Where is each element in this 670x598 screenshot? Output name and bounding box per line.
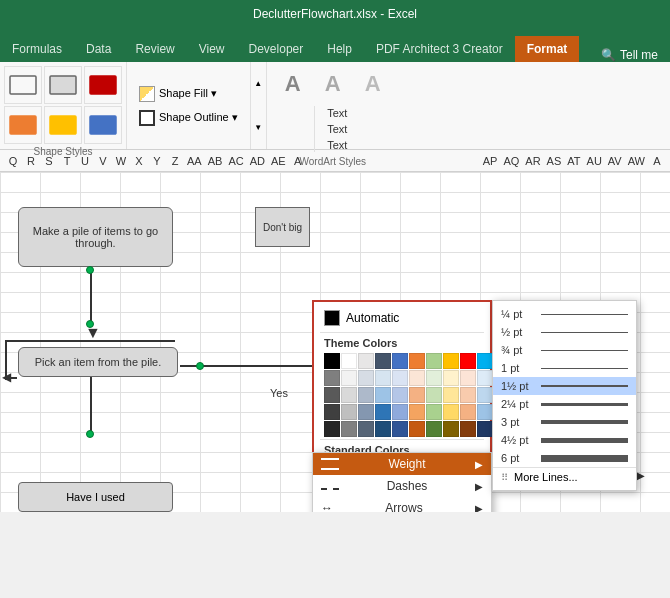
- shape-fill-button[interactable]: Shape Fill ▾: [133, 84, 244, 104]
- tab-developer[interactable]: Developer: [237, 36, 316, 62]
- theme-color-swatch-7[interactable]: [443, 353, 459, 369]
- weight-025pt[interactable]: ¼ pt: [493, 305, 636, 323]
- flowchart-shape-pile[interactable]: Make a pile of items to go through.: [18, 207, 173, 267]
- alpha-ar[interactable]: AR: [522, 155, 543, 167]
- theme-color-swatch-48[interactable]: [460, 421, 476, 437]
- scroll-up-arrow[interactable]: ▲: [251, 79, 266, 88]
- alpha-ac[interactable]: AC: [225, 155, 246, 167]
- theme-color-swatch-24[interactable]: [392, 387, 408, 403]
- theme-color-swatch-25[interactable]: [409, 387, 425, 403]
- theme-color-swatch-35[interactable]: [409, 404, 425, 420]
- theme-color-swatch-0[interactable]: [324, 353, 340, 369]
- alpha-ap[interactable]: AP: [480, 155, 501, 167]
- alpha-ae[interactable]: AE: [268, 155, 289, 167]
- alpha-av[interactable]: AV: [605, 155, 625, 167]
- flowchart-shape-have[interactable]: Have I used: [18, 482, 173, 512]
- theme-color-swatch-21[interactable]: [341, 387, 357, 403]
- alpha-aq[interactable]: AQ: [500, 155, 522, 167]
- alpha-ad[interactable]: AD: [247, 155, 268, 167]
- theme-color-swatch-38[interactable]: [460, 404, 476, 420]
- theme-color-swatch-46[interactable]: [426, 421, 442, 437]
- theme-color-swatch-20[interactable]: [324, 387, 340, 403]
- arrows-item[interactable]: ↔ Arrows ▶: [313, 497, 491, 512]
- theme-color-swatch-26[interactable]: [426, 387, 442, 403]
- wordart-a2[interactable]: A: [315, 66, 351, 102]
- theme-color-swatch-3[interactable]: [375, 353, 391, 369]
- tab-view[interactable]: View: [187, 36, 237, 62]
- theme-color-swatch-22[interactable]: [358, 387, 374, 403]
- alpha-at[interactable]: AT: [564, 155, 583, 167]
- theme-color-swatch-44[interactable]: [392, 421, 408, 437]
- more-lines-item[interactable]: ⠿ More Lines...: [493, 467, 636, 486]
- theme-color-swatch-12[interactable]: [358, 370, 374, 386]
- shape-style-3[interactable]: [84, 66, 122, 104]
- theme-color-swatch-11[interactable]: [341, 370, 357, 386]
- theme-color-swatch-42[interactable]: [358, 421, 374, 437]
- alpha-y[interactable]: Y: [148, 155, 166, 167]
- theme-color-swatch-31[interactable]: [341, 404, 357, 420]
- wordart-a3[interactable]: A: [355, 66, 391, 102]
- alpha-z[interactable]: Z: [166, 155, 184, 167]
- theme-color-swatch-28[interactable]: [460, 387, 476, 403]
- alpha-aa[interactable]: AA: [184, 155, 205, 167]
- theme-color-swatch-41[interactable]: [341, 421, 357, 437]
- theme-color-swatch-6[interactable]: [426, 353, 442, 369]
- weight-45pt[interactable]: 4½ pt: [493, 431, 636, 449]
- text-button-3[interactable]: Text: [323, 138, 351, 152]
- theme-color-swatch-2[interactable]: [358, 353, 374, 369]
- theme-color-swatch-45[interactable]: [409, 421, 425, 437]
- tab-data[interactable]: Data: [74, 36, 123, 62]
- shape-outline-button[interactable]: Shape Outline ▾: [133, 108, 244, 128]
- alpha-aw[interactable]: AW: [625, 155, 648, 167]
- automatic-color-row[interactable]: Automatic: [320, 308, 484, 328]
- theme-color-swatch-33[interactable]: [375, 404, 391, 420]
- alpha-x[interactable]: X: [130, 155, 148, 167]
- alpha-as[interactable]: AS: [544, 155, 565, 167]
- theme-color-swatch-4[interactable]: [392, 353, 408, 369]
- shape-style-1[interactable]: [4, 66, 42, 104]
- theme-color-swatch-14[interactable]: [392, 370, 408, 386]
- weight-6pt[interactable]: 6 pt: [493, 449, 636, 467]
- scroll-down-arrow[interactable]: ▼: [251, 123, 266, 132]
- theme-color-swatch-29[interactable]: [477, 387, 493, 403]
- theme-color-swatch-18[interactable]: [460, 370, 476, 386]
- weight-item[interactable]: Weight ▶: [313, 453, 491, 475]
- theme-color-swatch-16[interactable]: [426, 370, 442, 386]
- weight-15pt[interactable]: 1½ pt: [493, 377, 636, 395]
- flowchart-shape-dont[interactable]: Don't big: [255, 207, 310, 247]
- tab-review[interactable]: Review: [123, 36, 186, 62]
- weight-1pt[interactable]: 1 pt: [493, 359, 636, 377]
- alpha-awa[interactable]: A: [648, 155, 666, 167]
- text-button-2[interactable]: Text: [323, 122, 351, 136]
- dashes-item[interactable]: Dashes ▶: [313, 475, 491, 497]
- shape-style-6[interactable]: [84, 106, 122, 144]
- weight-075pt[interactable]: ¾ pt: [493, 341, 636, 359]
- theme-color-swatch-9[interactable]: [477, 353, 493, 369]
- shape-style-2[interactable]: [44, 66, 82, 104]
- theme-color-swatch-43[interactable]: [375, 421, 391, 437]
- theme-color-swatch-39[interactable]: [477, 404, 493, 420]
- theme-color-swatch-13[interactable]: [375, 370, 391, 386]
- theme-color-swatch-30[interactable]: [324, 404, 340, 420]
- theme-color-swatch-10[interactable]: [324, 370, 340, 386]
- theme-color-swatch-15[interactable]: [409, 370, 425, 386]
- theme-color-swatch-37[interactable]: [443, 404, 459, 420]
- search-icon[interactable]: 🔍 Tell me: [589, 48, 670, 62]
- theme-color-swatch-36[interactable]: [426, 404, 442, 420]
- theme-color-swatch-17[interactable]: [443, 370, 459, 386]
- shape-style-5[interactable]: [44, 106, 82, 144]
- weight-225pt[interactable]: 2¼ pt: [493, 395, 636, 413]
- tab-pdf[interactable]: PDF Architect 3 Creator: [364, 36, 515, 62]
- weight-05pt[interactable]: ½ pt: [493, 323, 636, 341]
- weight-3pt[interactable]: 3 pt: [493, 413, 636, 431]
- theme-color-swatch-34[interactable]: [392, 404, 408, 420]
- theme-color-swatch-23[interactable]: [375, 387, 391, 403]
- wordart-a1[interactable]: A: [275, 66, 311, 102]
- tab-format[interactable]: Format: [515, 36, 580, 62]
- tab-formulas[interactable]: Formulas: [0, 36, 74, 62]
- text-button-1[interactable]: Text: [323, 106, 351, 120]
- theme-color-swatch-27[interactable]: [443, 387, 459, 403]
- theme-color-swatch-8[interactable]: [460, 353, 476, 369]
- flowchart-shape-pick[interactable]: Pick an item from the pile.: [18, 347, 178, 377]
- theme-color-swatch-5[interactable]: [409, 353, 425, 369]
